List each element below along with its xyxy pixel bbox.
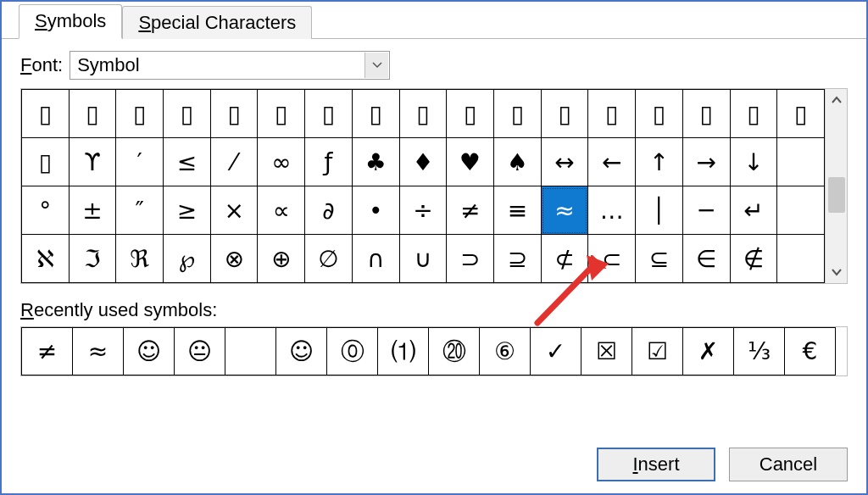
symbol-cell[interactable]: ↵ xyxy=(730,186,777,235)
tab-symbols-rest: ymbols xyxy=(47,10,107,31)
symbol-cell[interactable]: ≈ xyxy=(541,186,588,235)
symbol-cell[interactable]: ▯ xyxy=(164,90,211,138)
recent-symbol-cell[interactable]: ✓ xyxy=(531,328,581,375)
symbol-cell[interactable]: ↓ xyxy=(730,138,777,186)
symbol-cell[interactable]: ≤ xyxy=(164,138,211,186)
recent-symbol-cell[interactable]: ≠ xyxy=(22,328,73,375)
symbol-cell[interactable]: ∪ xyxy=(399,235,447,283)
recent-symbol-cell[interactable]: ⑥ xyxy=(480,328,531,375)
symbol-cell[interactable]: → xyxy=(682,138,730,186)
tab-special-characters[interactable]: Special Characters xyxy=(122,6,312,39)
symbol-cell[interactable]: ▯ xyxy=(447,90,494,138)
scroll-thumb[interactable] xyxy=(828,177,845,213)
symbol-cell[interactable]: ℑ xyxy=(69,235,116,283)
symbol-cell[interactable]: ± xyxy=(69,186,116,235)
symbol-cell[interactable]: │ xyxy=(636,186,683,235)
symbol-cell[interactable]: ⊆ xyxy=(636,235,683,283)
recent-symbol-cell[interactable]: ⑳ xyxy=(429,328,480,375)
cancel-button[interactable]: Cancel xyxy=(729,448,848,481)
symbol-cell[interactable]: ⁄ xyxy=(210,138,258,186)
symbol-cell[interactable]: ⊃ xyxy=(447,235,494,283)
symbol-cell[interactable]: ♥ xyxy=(447,138,494,186)
recent-grid: ≠≈☺😐☺⓪⑴⑳⑥✓☒☑✗⅓€ xyxy=(21,327,836,375)
symbol-cell[interactable]: ⊇ xyxy=(494,235,542,283)
symbol-cell[interactable]: ▯ xyxy=(636,90,683,138)
symbol-cell[interactable] xyxy=(777,186,825,235)
symbol-cell[interactable]: ℘ xyxy=(164,235,211,283)
symbol-cell[interactable]: ▯ xyxy=(588,90,636,138)
recent-symbol-cell[interactable]: 😐 xyxy=(175,328,225,375)
symbol-cell[interactable]: ↔ xyxy=(541,138,588,186)
symbol-cell[interactable]: ∈ xyxy=(682,235,730,283)
symbol-cell[interactable]: ° xyxy=(22,186,70,235)
symbol-cell[interactable]: ℜ xyxy=(116,235,164,283)
recent-symbol-cell[interactable]: ☑ xyxy=(632,328,683,375)
symbol-cell[interactable]: ▯ xyxy=(777,90,825,138)
symbol-cell[interactable]: ▯ xyxy=(116,90,164,138)
button-row: Insert Cancel xyxy=(597,448,848,481)
symbol-cell[interactable]: ♦ xyxy=(399,138,447,186)
symbol-cell[interactable]: ⊗ xyxy=(210,235,258,283)
symbol-cell[interactable]: ≡ xyxy=(494,186,542,235)
symbol-cell[interactable] xyxy=(777,138,825,186)
chevron-up-icon xyxy=(832,96,842,104)
recent-symbol-cell[interactable]: ⑴ xyxy=(378,328,429,375)
symbol-cell[interactable]: ▯ xyxy=(494,90,542,138)
symbol-cell[interactable]: × xyxy=(210,186,258,235)
insert-button[interactable]: Insert xyxy=(597,448,715,481)
scroll-down-button[interactable] xyxy=(826,261,847,283)
symbol-cell[interactable]: ∞ xyxy=(258,138,305,186)
recent-symbol-cell[interactable]: ≈ xyxy=(73,328,124,375)
recent-symbol-cell[interactable]: ⅓ xyxy=(734,328,785,375)
symbol-cell[interactable]: ↑ xyxy=(636,138,683,186)
recent-symbol-cell[interactable]: ☺ xyxy=(276,328,327,375)
tab-special-accel: S xyxy=(138,12,151,33)
symbol-cell[interactable]: ϒ xyxy=(69,138,116,186)
symbol-cell[interactable]: ← xyxy=(588,138,636,186)
symbol-cell[interactable]: • xyxy=(352,186,399,235)
symbol-cell[interactable]: ♠ xyxy=(494,138,542,186)
symbol-cell[interactable]: ∩ xyxy=(352,235,399,283)
font-select-dropdown-button[interactable] xyxy=(364,53,388,78)
symbol-cell[interactable]: ∂ xyxy=(305,186,353,235)
recent-symbol-cell[interactable]: € xyxy=(785,328,836,375)
symbol-cell[interactable]: ▯ xyxy=(305,90,353,138)
symbol-cell[interactable]: ℵ xyxy=(22,235,70,283)
font-label: Font: xyxy=(20,54,63,76)
symbol-cell[interactable]: ▯ xyxy=(352,90,399,138)
symbol-cell[interactable]: ′ xyxy=(116,138,164,186)
symbol-cell[interactable]: ÷ xyxy=(399,186,447,235)
symbol-cell[interactable]: ▯ xyxy=(258,90,305,138)
symbol-cell[interactable]: ≠ xyxy=(447,186,494,235)
symbol-cell[interactable]: ⊂ xyxy=(588,235,636,283)
recent-symbol-cell[interactable]: ✗ xyxy=(683,328,734,375)
symbol-cell[interactable]: … xyxy=(588,186,636,235)
font-select[interactable]: Symbol xyxy=(70,51,390,80)
symbol-cell[interactable] xyxy=(777,235,825,283)
symbol-cell[interactable]: ─ xyxy=(682,186,730,235)
symbol-cell[interactable]: ∅ xyxy=(305,235,353,283)
recent-symbol-cell[interactable]: ⓪ xyxy=(327,328,378,375)
symbol-cell[interactable]: ▯ xyxy=(682,90,730,138)
symbol-cell[interactable]: ▯ xyxy=(399,90,447,138)
symbol-cell[interactable]: ƒ xyxy=(305,138,353,186)
symbol-cell[interactable]: ▯ xyxy=(210,90,258,138)
symbol-cell[interactable]: ▯ xyxy=(69,90,116,138)
symbol-cell[interactable]: ≥ xyxy=(164,186,211,235)
symbol-cell[interactable]: ▯ xyxy=(730,90,777,138)
symbol-cell[interactable]: ▯ xyxy=(22,138,70,186)
tab-symbols[interactable]: Symbols xyxy=(19,4,122,39)
recent-symbol-cell[interactable]: ☒ xyxy=(581,328,632,375)
symbol-grid-scrollbar[interactable] xyxy=(825,89,847,283)
recent-symbol-cell[interactable]: ☺ xyxy=(124,328,175,375)
symbol-cell[interactable]: ∝ xyxy=(258,186,305,235)
scroll-up-button[interactable] xyxy=(826,89,847,111)
symbol-cell[interactable]: ″ xyxy=(116,186,164,235)
symbol-cell[interactable]: ▯ xyxy=(22,90,70,138)
symbol-cell[interactable]: ∉ xyxy=(730,235,777,283)
symbol-cell[interactable]: ⊄ xyxy=(541,235,588,283)
symbol-cell[interactable]: ▯ xyxy=(541,90,588,138)
symbol-cell[interactable]: ⊕ xyxy=(258,235,305,283)
recent-symbol-cell[interactable] xyxy=(225,328,276,375)
symbol-cell[interactable]: ♣ xyxy=(352,138,399,186)
